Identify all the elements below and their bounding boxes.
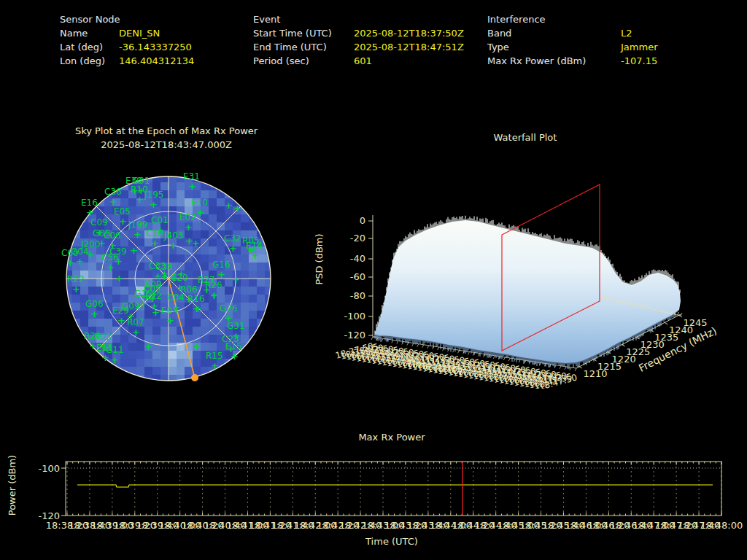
power-ytick-label: -100	[38, 463, 60, 474]
satellite-label: G31	[227, 321, 245, 331]
satellite-label: G04	[71, 246, 89, 257]
satellite-label: E16	[81, 198, 98, 208]
interference-type-label: Type	[487, 42, 509, 52]
event-heading: Event	[253, 14, 280, 25]
waterfall-title: Waterfall Plot	[452, 132, 598, 143]
psd-tick-label: -100	[344, 311, 365, 322]
power-plot-border	[66, 462, 721, 516]
event-end-label: End Time (UTC)	[253, 42, 327, 52]
satellite-marker: +	[111, 354, 119, 365]
satellite-marker: +	[72, 284, 80, 295]
satellite-label: C10	[146, 228, 163, 238]
satellite-marker: +	[132, 327, 140, 338]
satellite-marker: +	[90, 308, 98, 319]
power-xtick-label: 18:48:00	[700, 520, 743, 531]
interference-band-label: Band	[487, 28, 511, 39]
event-period-value: 601	[354, 55, 372, 66]
sensor-name-label: Name	[60, 28, 88, 39]
satellite-label: G06	[85, 299, 104, 309]
psd-tick-label: -40	[350, 253, 365, 264]
satellite-marker: +	[109, 196, 117, 207]
satellite-marker: +	[115, 273, 123, 284]
satellite-label: G16	[212, 260, 231, 270]
interference-bearing-dot	[191, 374, 198, 381]
satellite-marker: +	[225, 200, 233, 211]
power-y-axis-label: Power (dBm)	[7, 438, 18, 533]
satellite-marker: +	[192, 238, 200, 249]
satellite-marker: +	[76, 256, 84, 267]
satellite-label: R26	[205, 280, 222, 290]
satellite-marker: +	[160, 268, 169, 279]
satellite-marker: +	[185, 222, 193, 233]
satellite-marker: +	[107, 262, 115, 273]
satellite-label: G11	[106, 345, 124, 355]
satellite-marker: +	[193, 341, 201, 352]
satellite-marker: +	[188, 181, 196, 192]
psd-tick-labels: 0-20-40-60-80-100-120	[344, 215, 365, 341]
satellite-label: C32	[224, 233, 241, 244]
satellite-marker: +	[194, 303, 202, 314]
event-start-label: Start Time (UTC)	[253, 28, 332, 39]
sensor-node-heading: Sensor Node	[60, 14, 120, 25]
sensor-lat-label: Lat (deg)	[60, 42, 103, 52]
event-end-value: 2025-08-12T18:47:51Z	[354, 42, 464, 52]
satellite-marker: +	[210, 290, 218, 301]
gnss-interference-dashboard: Sensor Node Name DENI_SN Lat (deg) -36.1…	[0, 0, 747, 560]
satellite-marker: +	[177, 268, 185, 279]
satellite-marker: +	[119, 216, 127, 227]
satellite-label: R16	[187, 294, 205, 304]
satellite-label: J195	[144, 190, 163, 200]
satellite-label: E10	[191, 198, 208, 208]
satellite-marker: +	[152, 307, 160, 318]
psd-tick-label: -120	[344, 330, 365, 341]
sky-plot-title: Sky Plot at the Epoch of Max Rx Power	[28, 125, 305, 136]
power-x-axis-label: Time (UTC)	[355, 536, 428, 547]
satellite-label: C09	[90, 217, 108, 228]
satellite-marker: +	[66, 257, 74, 268]
satellite-label: C56	[101, 252, 119, 262]
waterfall-canvas: 0-20-40-60-80-100-1201210121512201225123…	[306, 171, 744, 389]
satellite-marker: +	[211, 360, 219, 371]
satellite-marker: +	[229, 243, 237, 254]
psd-tick-label: -60	[350, 271, 365, 282]
psd-axis	[368, 215, 373, 337]
satellite-label: R07	[127, 317, 144, 327]
power-gridlines	[67, 462, 721, 515]
satellite-marker: +	[151, 238, 159, 249]
satellite-marker: +	[86, 207, 94, 218]
satellite-marker: +	[144, 341, 152, 352]
satellite-marker: +	[217, 269, 225, 280]
satellite-marker: +	[136, 194, 144, 205]
max-rx-power-line	[77, 485, 713, 487]
satellite-marker: +	[150, 199, 158, 210]
event-start-value: 2025-08-12T18:37:50Z	[354, 28, 464, 39]
sky-plot-canvas: E31+E30+G01+C36+R10+J195+E16+E10+E05+C09…	[42, 166, 296, 394]
satellite-label: C01	[151, 215, 169, 225]
satellite-label: E15	[225, 341, 242, 351]
sky-plot-epoch: 2025-08-12T18:43:47.000Z	[28, 139, 305, 150]
satellite-label: G26	[220, 303, 238, 314]
power-ticks	[61, 462, 721, 516]
interference-power-label: Max Rx Power (dBm)	[487, 55, 586, 66]
satellite-marker: +	[166, 315, 174, 326]
sensor-lon-value: 146.404312134	[119, 55, 194, 66]
interference-power-value: -107.15	[621, 55, 657, 66]
satellite-marker: +	[169, 240, 177, 251]
satellite-marker: +	[231, 351, 239, 362]
power-xtick-labels: 18:38:2018:38:4018:39:0018:39:2018:39:40…	[46, 520, 743, 531]
psd-tick-label: 0	[360, 215, 365, 226]
satellite-label: E14	[246, 241, 263, 251]
satellite-marker: +	[233, 203, 241, 214]
waterfall-psd-axis-label: PSD (dBm)	[314, 212, 325, 307]
satellite-label: R15	[206, 351, 223, 361]
satellite-marker: +	[196, 207, 204, 218]
interference-type-value: Jammer	[621, 42, 657, 52]
freq-tick-label: 1245	[683, 317, 707, 328]
satellite-label: C04	[167, 292, 185, 303]
sensor-lon-label: Lon (deg)	[60, 55, 105, 66]
satellite-marker: +	[251, 250, 259, 261]
satellite-label: J199	[128, 219, 147, 230]
satellite-label: E05	[114, 206, 131, 217]
satellite-label: C06	[104, 230, 121, 241]
satellite-label: J403	[163, 230, 183, 241]
